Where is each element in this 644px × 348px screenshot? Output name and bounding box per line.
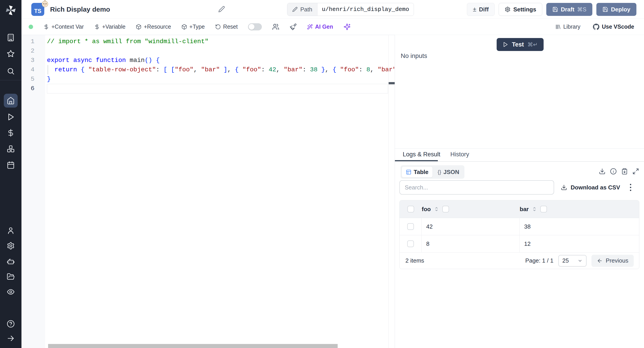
toolbar-right: Library Use VScode	[555, 24, 644, 30]
gear-icon	[505, 6, 510, 12]
column-checkbox[interactable]	[540, 206, 547, 212]
play-icon	[502, 42, 508, 48]
column-checkbox[interactable]	[442, 206, 449, 212]
result-tabs: Logs & Result History	[395, 148, 644, 160]
github-icon	[593, 24, 600, 30]
line-number: 3	[22, 56, 34, 65]
code-line[interactable]	[47, 84, 388, 93]
select-all-checkbox[interactable]	[408, 206, 414, 212]
sidebar-divider	[0, 80, 22, 80]
toggle-knob	[249, 24, 254, 30]
code-line[interactable]: export async function main() {	[47, 56, 388, 65]
diff-button[interactable]: ± Diff	[467, 3, 495, 16]
code-editor[interactable]: 123456 // import * as wmill from "windmi…	[22, 35, 395, 348]
code-line[interactable]: // import * as wmill from "windmill-clie…	[47, 37, 388, 46]
cell-foo: 8	[422, 235, 520, 252]
dollar-icon	[44, 24, 49, 30]
help-icon[interactable]	[7, 320, 15, 328]
schedules-calendar-icon[interactable]	[7, 161, 15, 169]
library-icon	[555, 24, 561, 30]
cell-bar: 12	[520, 235, 639, 252]
sort-icon[interactable]	[532, 206, 537, 212]
draft-button[interactable]: Draft ⌘S	[546, 3, 592, 16]
add-context-var-button[interactable]: +Context Var	[44, 24, 84, 30]
variables-dollar-icon[interactable]	[7, 129, 15, 137]
tab-logs-result[interactable]: Logs & Result	[403, 148, 440, 160]
row-checkbox[interactable]	[407, 240, 414, 247]
code-line[interactable]: return { "table-row-object": [ ["foo", "…	[47, 65, 388, 74]
resources-boxes-icon[interactable]	[7, 145, 15, 153]
column-header-bar[interactable]: bar	[520, 206, 528, 213]
search-input[interactable]	[399, 180, 554, 194]
page-indicator: Page: 1 / 1	[525, 257, 554, 264]
toolbar-left: +Context Var +Variable +Resource +Type R…	[22, 23, 350, 30]
workers-bot-icon[interactable]	[7, 257, 15, 265]
test-button[interactable]: Test ⌘↵	[497, 38, 544, 51]
home-icon[interactable]	[7, 96, 15, 105]
result-table-footer: 2 items Page: 1 / 1 25 Previous	[400, 252, 639, 269]
path-value: u/henri/rich_display_demo	[318, 3, 414, 16]
reset-button[interactable]: Reset	[215, 24, 238, 30]
edit-title-pencil-icon[interactable]	[218, 6, 225, 12]
collab-toggle[interactable]	[248, 23, 262, 30]
column-header-foo[interactable]: foo	[422, 206, 431, 213]
view-json-button[interactable]: {} JSON	[434, 166, 463, 178]
clipboard-copy-icon[interactable]	[621, 168, 628, 175]
code-line[interactable]	[47, 46, 388, 56]
package-icon	[181, 24, 187, 30]
view-table-button[interactable]: Table	[402, 166, 433, 178]
workspace-building-icon[interactable]	[7, 34, 15, 42]
ai-gen-button[interactable]: AI Gen	[307, 24, 333, 30]
add-type-button[interactable]: +Type	[181, 24, 205, 30]
use-vscode-button[interactable]: Use VScode	[593, 24, 634, 30]
wand-icon	[307, 24, 313, 30]
cell-foo: 42	[422, 218, 520, 235]
folder-open-icon[interactable]	[7, 273, 15, 281]
braces-icon: {}	[438, 169, 441, 175]
expand-icon[interactable]	[632, 168, 639, 175]
editor-toolbar: +Context Var +Variable +Resource +Type R…	[22, 19, 644, 35]
more-options-kebab-icon[interactable]	[626, 182, 635, 192]
code-line[interactable]: }	[47, 74, 388, 84]
favorites-star-icon[interactable]	[7, 50, 15, 58]
dollar-icon	[94, 24, 100, 30]
users-icon[interactable]	[272, 23, 279, 30]
library-button[interactable]: Library	[555, 24, 580, 30]
line-number: 6	[22, 84, 34, 93]
previous-page-button[interactable]: Previous	[592, 255, 634, 267]
line-number: 2	[22, 46, 34, 56]
topbar-actions: ± Diff Settings Draft ⌘S Deploy	[467, 3, 636, 16]
editor-horizontal-scrollbar[interactable]	[48, 344, 338, 348]
expand-sidebar-arrow-icon[interactable]	[7, 334, 15, 342]
settings-button[interactable]: Settings	[499, 3, 542, 16]
download-csv-button[interactable]: Download as CSV	[561, 180, 620, 194]
search-icon[interactable]	[7, 67, 15, 75]
download-icon[interactable]	[599, 168, 606, 175]
deploy-button[interactable]: Deploy	[596, 3, 636, 16]
line-number: 1	[22, 37, 34, 46]
runs-play-icon[interactable]	[7, 113, 15, 121]
chevron-down-icon	[578, 258, 582, 263]
add-variable-button[interactable]: +Variable	[94, 24, 126, 30]
add-resource-button[interactable]: +Resource	[136, 24, 171, 30]
edit-path-button[interactable]: Path	[287, 3, 318, 16]
result-view-switcher: Table {} JSON	[400, 165, 464, 179]
audit-eye-icon[interactable]	[7, 288, 15, 296]
user-icon[interactable]	[7, 226, 15, 234]
path-chip: Path u/henri/rich_display_demo	[287, 3, 414, 16]
settings-gear-icon[interactable]	[7, 242, 15, 250]
row-checkbox[interactable]	[407, 223, 414, 230]
main-area: TS Rich Display demo Path u/henri/rich_d…	[22, 0, 644, 348]
sparkles-icon[interactable]	[344, 23, 350, 30]
status-dot-icon	[28, 24, 33, 29]
windmill-logo-icon[interactable]	[5, 4, 16, 16]
tab-history[interactable]: History	[450, 148, 469, 160]
sort-icon[interactable]	[434, 206, 439, 212]
line-number: 5	[22, 74, 34, 84]
pencil-icon	[292, 7, 298, 12]
script-emoji-icon	[41, 0, 49, 8]
format-paintbrush-icon[interactable]	[290, 23, 297, 30]
code-lines[interactable]: // import * as wmill from "windmill-clie…	[47, 37, 388, 93]
page-size-select[interactable]: 25	[558, 255, 586, 266]
info-icon[interactable]	[610, 168, 617, 175]
